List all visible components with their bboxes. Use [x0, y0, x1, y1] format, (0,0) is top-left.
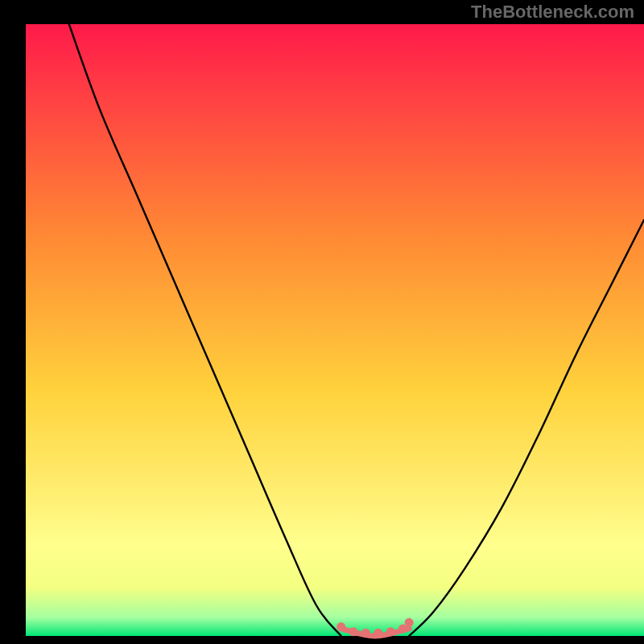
accent-dot [361, 629, 370, 638]
gradient-background [26, 24, 644, 636]
accent-dot [386, 627, 395, 636]
watermark-text: TheBottleneck.com [471, 2, 634, 23]
accent-dot [405, 618, 414, 627]
bottleneck-chart [0, 0, 644, 644]
accent-dot [349, 627, 358, 636]
chart-stage: TheBottleneck.com [0, 0, 644, 644]
accent-dot [336, 622, 345, 631]
accent-dot [374, 629, 382, 638]
